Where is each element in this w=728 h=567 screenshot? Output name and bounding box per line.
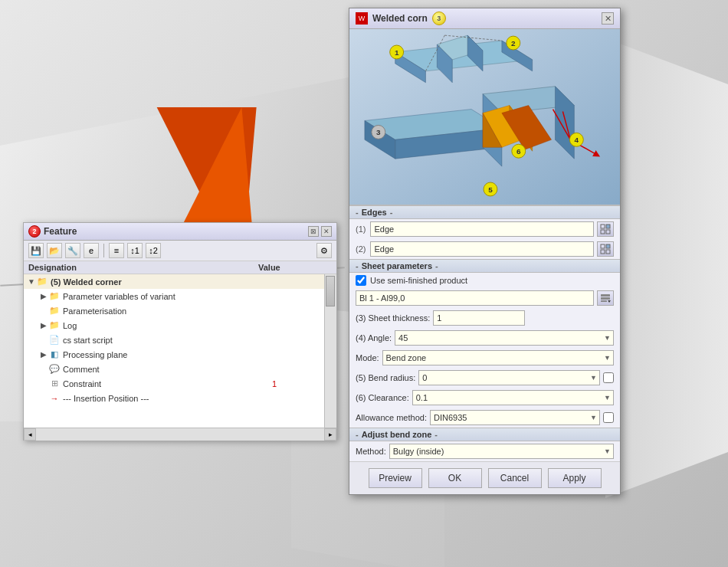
svg-text:4: 4 [575, 136, 579, 144]
script-icon: 📄 [48, 334, 61, 346]
angle-dropdown[interactable]: 45 30 60 90 [395, 330, 614, 346]
tree-label-param-vars: Parameter variables of variant [63, 292, 272, 301]
clearance-dropdown-wrapper: 0.1 0 0.2 0.5 ▼ [412, 390, 614, 405]
bend-radius-dropdown[interactable]: 0 0.5 1 2 [418, 370, 600, 385]
method-dropdown[interactable]: Bulgy (inside) Bulgy (outside) Flat [389, 444, 614, 459]
edge2-select-icon [600, 244, 611, 254]
hscroll-left-btn[interactable]: ◂ [24, 428, 36, 441]
allowance-dropdown-wrapper: DIN6935 DIN6935B ▼ [430, 410, 600, 425]
tree-item-insertion[interactable]: → --- Insertion Position --- [24, 391, 336, 405]
feature-pin-button[interactable]: ⊠ [308, 226, 319, 237]
svg-rect-35 [606, 225, 610, 228]
hscroll-right-btn[interactable]: ▸ [324, 428, 336, 441]
cancel-button[interactable]: Cancel [488, 468, 542, 488]
constraint-icon: ⊞ [48, 378, 61, 390]
folder-blue-icon-2: 📁 [48, 305, 61, 317]
feature-badge: 2 [28, 225, 41, 238]
toolbar-list-icon[interactable]: ≡ [109, 243, 124, 258]
apply-button[interactable]: Apply [548, 468, 602, 488]
material-input[interactable] [356, 290, 594, 306]
semi-finished-checkbox[interactable] [356, 275, 366, 286]
tree-item-comment[interactable]: 💬 Comment [24, 362, 336, 376]
weld-dialog-body: - Edges - (1) (2) [349, 205, 620, 494]
hscroll-input [36, 428, 324, 441]
mode-row: Mode: Bend zone Neutral zone ▼ [349, 348, 620, 368]
tree-label-cs: cs start script [63, 336, 272, 345]
preview-button[interactable]: Preview [369, 468, 422, 488]
weld-close-button[interactable]: ✕ [602, 12, 614, 25]
method-label: Method: [356, 447, 386, 456]
feature-hscrollbar: ◂ ▸ [24, 428, 336, 440]
clearance-dropdown[interactable]: 0.1 0 0.2 0.5 [412, 390, 614, 405]
weld-title: Welded corn [372, 13, 428, 24]
mode-dropdown[interactable]: Bend zone Neutral zone [382, 350, 614, 365]
allowance-dropdown[interactable]: DIN6935 DIN6935B [430, 410, 600, 425]
tree-expand-constraint [39, 379, 48, 388]
allowance-checkbox[interactable] [603, 412, 614, 423]
bend-radius-checkbox[interactable] [603, 372, 614, 383]
tree-expand-comment [39, 365, 48, 374]
svg-rect-44 [601, 300, 607, 302]
ok-button[interactable]: OK [428, 468, 482, 488]
tree-item-root[interactable]: ▼ 📁 (5) Welded corner [24, 274, 336, 289]
dialog-buttons: Preview OK Cancel Apply [349, 461, 620, 494]
sheet-thickness-label: (3) Sheet thickness: [356, 313, 430, 323]
angle-row: (4) Angle: 45 30 60 90 ▼ [349, 328, 620, 348]
tree-item-constraint[interactable]: ⊞ Constraint 1 [24, 376, 336, 391]
feature-vscrollbar[interactable] [324, 274, 336, 428]
svg-text:3: 3 [376, 128, 381, 136]
edge2-select-button[interactable] [597, 241, 614, 257]
folder-blue-icon: 📁 [48, 290, 61, 303]
tree-label-log: Log [63, 321, 272, 330]
edge2-row: (2) [349, 239, 620, 259]
svg-rect-42 [601, 294, 610, 297]
tree-label-comment: Comment [63, 365, 272, 374]
tree-item-param-vars[interactable]: ▶ 📁 Parameter variables of variant [24, 289, 336, 303]
toolbar-load-icon[interactable]: 📂 [47, 243, 62, 258]
material-select-button[interactable] [597, 290, 614, 306]
toolbar-settings-icon[interactable]: ⚙ [316, 243, 332, 258]
bend-radius-row: (5) Bend radius: 0 0.5 1 2 ▼ [349, 368, 620, 388]
tree-item-log[interactable]: ▶ 📁 Log [24, 318, 336, 333]
tree-expand-insertion [39, 394, 48, 403]
weld-title-left: W Welded corn 3 [356, 11, 446, 25]
toolbar-sort1-icon[interactable]: ↕1 [127, 243, 143, 258]
tree-item-proc-plane[interactable]: ▶ ◧ Processing plane [24, 347, 336, 362]
tree-label-param: Parameterisation [63, 306, 272, 316]
tree-item-cs-start[interactable]: 📄 cs start script [24, 333, 336, 347]
toolbar-save-icon[interactable]: 💾 [28, 243, 44, 258]
edge1-input[interactable] [370, 221, 594, 237]
tree-label-constraint: Constraint [63, 379, 272, 388]
edges-section-header: - Edges - [349, 205, 620, 219]
allowance-label: Allowance method: [356, 413, 427, 422]
tree-item-param[interactable]: 📁 Parameterisation [24, 303, 336, 318]
sheet-params-section-header: - Sheet parameters - [349, 259, 620, 273]
svg-rect-43 [601, 297, 610, 300]
feature-toolbar: 💾 📂 🔧 e ≡ ↕1 ↕2 ⚙ [24, 241, 336, 261]
tree-expand-param [39, 306, 48, 316]
vscrollbar-thumb[interactable] [326, 276, 335, 306]
comment-icon: 💬 [48, 363, 61, 375]
allowance-row: Allowance method: DIN6935 DIN6935B ▼ [349, 408, 620, 428]
svg-rect-34 [601, 225, 605, 228]
feature-close-button[interactable]: ✕ [321, 226, 332, 237]
edge2-input[interactable] [370, 241, 594, 257]
edge1-select-button[interactable] [597, 221, 614, 237]
tree-expand-cs [39, 336, 48, 345]
tree-expand-param-vars[interactable]: ▶ [39, 292, 48, 301]
tree-expand-proc[interactable]: ▶ [39, 350, 48, 359]
feature-title-left: 2 Feature [28, 225, 77, 238]
sheet-thickness-input[interactable] [433, 310, 525, 326]
feature-titlebar-buttons: ⊠ ✕ [308, 226, 332, 237]
svg-rect-38 [601, 244, 605, 248]
tree-expand-log[interactable]: ▶ [39, 321, 48, 330]
toolbar-edit-icon[interactable]: e [84, 243, 99, 258]
feature-table-header: Designation Value [24, 261, 336, 274]
folder-icon: 📁 [36, 276, 48, 288]
edges-section-label: Edges [362, 208, 387, 217]
edge1-select-icon [600, 224, 611, 234]
toolbar-feature-icon[interactable]: 🔧 [65, 243, 80, 258]
tree-label-insertion: --- Insertion Position --- [63, 394, 272, 403]
toolbar-sort2-icon[interactable]: ↕2 [146, 243, 161, 258]
tree-expand-root[interactable]: ▼ [27, 277, 36, 287]
